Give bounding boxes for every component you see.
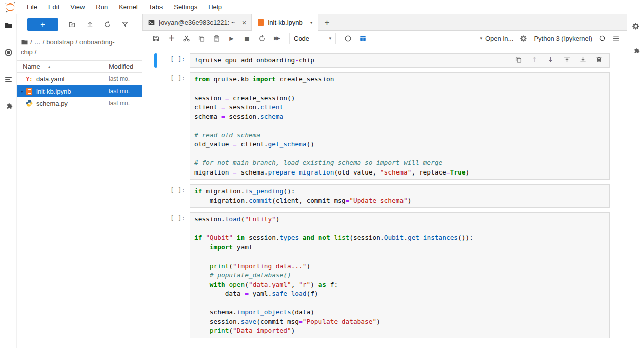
activity-running-sessions-button[interactable]	[4, 48, 13, 58]
notebook-save-button[interactable]	[152, 35, 160, 42]
table-icon	[359, 35, 367, 42]
code-line: import yaml	[194, 243, 605, 252]
gear-icon	[632, 22, 640, 30]
file-name: init-kb.ipynb	[36, 88, 109, 95]
menu-edit[interactable]: Edit	[43, 2, 65, 12]
delete-button[interactable]	[595, 56, 603, 63]
code-line: schema.import_objects(data)	[194, 308, 605, 317]
move-up-button[interactable]: ↑	[531, 56, 538, 63]
cell-prompt: [ ]:	[157, 72, 190, 180]
filter-button[interactable]	[121, 21, 129, 28]
menu-view[interactable]: View	[65, 2, 90, 12]
menu-tabs[interactable]: Tabs	[143, 2, 168, 12]
breadcrumb-separator: /	[30, 38, 32, 46]
notebook-cut-button[interactable]	[183, 35, 190, 42]
code-line: migration = schema.prepare_migration(old…	[194, 168, 605, 178]
activity-table-of-contents-button[interactable]	[4, 75, 13, 85]
kernel-name[interactable]: Python 3 (ipykernel)	[534, 35, 592, 42]
upload-button[interactable]	[86, 21, 94, 28]
cell-input[interactable]: session.load("Entity")if "Qubit" in sess…	[190, 212, 610, 338]
notebook-restart-run-all-button[interactable]: ▶▶	[273, 35, 281, 42]
breadcrumb: /…/bootstrap/onboarding-chip/	[17, 33, 142, 60]
insert-below-button[interactable]	[579, 56, 587, 63]
menu-run[interactable]: Run	[90, 2, 113, 12]
file-row-schema-py[interactable]: schema.pylast mo.	[17, 97, 142, 109]
menu-help[interactable]: Help	[203, 2, 227, 12]
open-in-button[interactable]: ▾ Open in...	[480, 35, 513, 42]
cell-code: from qruise.kb import create_sessionsess…	[190, 73, 609, 180]
toc-icon	[4, 75, 13, 84]
new-folder-button[interactable]	[68, 21, 76, 28]
notebook-icon	[25, 87, 33, 95]
sort-ascending-icon: ▴	[48, 64, 51, 69]
file-browser-panel: + /…/bootstrap/onboarding-chip/ Name ▴ M…	[17, 14, 142, 348]
menu-items: FileEditViewRunKernelTabsSettingsHelp	[21, 2, 227, 12]
breadcrumb-segment[interactable]: …	[34, 38, 41, 46]
refresh-button[interactable]	[104, 21, 111, 28]
open-in-label: Open in...	[485, 35, 513, 42]
cell-input[interactable]: if migration.is_pending(): migration.com…	[190, 184, 610, 208]
data-grid-button[interactable]	[359, 35, 367, 42]
run-all-icon: ▶▶	[273, 35, 281, 42]
file-name: schema.py	[36, 100, 109, 107]
right-property-inspector-button[interactable]	[632, 22, 640, 32]
code-cell: [ ]:!qruise qpu add onboarding-chip↑↓	[154, 53, 610, 68]
name-column-header[interactable]: Name ▴	[23, 63, 109, 70]
notebook-area: [ ]:!qruise qpu add onboarding-chip↑↓[ ]…	[142, 46, 627, 348]
notebook-settings-button[interactable]	[520, 35, 527, 42]
copy-icon	[198, 35, 205, 42]
cell-code: session.load("Entity")if "Qubit" in sess…	[190, 213, 609, 338]
move-down-button[interactable]: ↓	[547, 56, 554, 63]
cell-type-dropdown[interactable]: Code ▾	[289, 33, 336, 44]
menu-settings[interactable]: Settings	[168, 2, 203, 12]
code-line	[194, 121, 605, 131]
toolbar-menu-button[interactable]	[612, 35, 620, 42]
code-line	[194, 224, 605, 234]
menu-kernel[interactable]: Kernel	[113, 2, 143, 12]
code-line: with open("data.yaml", "r") as f:	[194, 280, 605, 290]
upload-icon	[86, 21, 94, 28]
main-area: jovyan@e36e983c1221: ~×init-kb.ipynb● + …	[142, 14, 627, 348]
chevron-down-icon: ▾	[480, 36, 482, 41]
notebook-restart-button[interactable]	[258, 35, 266, 42]
folder-icon[interactable]	[21, 38, 28, 46]
code-line: # read old schema	[194, 131, 605, 140]
new-launcher-button[interactable]: +	[27, 18, 58, 31]
breadcrumb-segment[interactable]: bootstrap	[46, 38, 73, 46]
code-line: old_value = client.get_schema()	[194, 140, 605, 149]
file-modified: last mo.	[109, 88, 142, 95]
toolbar-extra	[344, 35, 367, 42]
notebook-copy-button[interactable]	[198, 35, 205, 42]
breadcrumb-separator: /	[43, 38, 45, 46]
cell-input[interactable]: from qruise.kb import create_sessionsess…	[190, 72, 610, 180]
cell-code: if migration.is_pending(): migration.com…	[190, 185, 609, 207]
folder-icon	[4, 21, 13, 30]
insert-above-button[interactable]	[563, 56, 571, 63]
tab-jovyan-e36e983c1221[interactable]: jovyan@e36e983c1221: ~×	[142, 14, 252, 31]
notebook-paste-button[interactable]	[213, 35, 220, 42]
duplicate-button[interactable]	[515, 56, 522, 63]
notebook-interrupt-button[interactable]: ■	[243, 35, 251, 42]
cell-toolbar: ↑↓	[515, 56, 603, 63]
new-tab-button[interactable]: +	[318, 18, 336, 28]
file-row-init-kb-ipynb[interactable]: ●init-kb.ipynblast mo.	[17, 85, 142, 97]
modified-column-header[interactable]: Modified	[109, 63, 142, 70]
code-line	[194, 252, 605, 262]
code-line: schema = session.schema	[194, 112, 605, 122]
menu-file[interactable]: File	[21, 2, 43, 12]
cell-prompt: [ ]:	[157, 184, 190, 208]
kernel-activity-button[interactable]	[344, 35, 352, 42]
file-row-data-yaml[interactable]: Y:data.yamllast mo.	[17, 73, 142, 85]
activity-extensions-button[interactable]	[4, 103, 13, 113]
right-extension-manager-button[interactable]	[632, 48, 640, 57]
jupyter-logo	[4, 1, 16, 13]
notebook-run-button[interactable]: ▶	[228, 35, 235, 42]
dirty-indicator: ●	[19, 89, 25, 94]
trash-icon	[595, 56, 603, 63]
tab-init-kb-ipynb[interactable]: init-kb.ipynb●	[252, 14, 318, 31]
activity-file-browser-button[interactable]	[4, 21, 13, 31]
tab-label: jovyan@e36e983c1221: ~	[159, 19, 235, 26]
close-icon[interactable]: ×	[242, 18, 247, 27]
notebook-insert-cell-button[interactable]: +	[168, 35, 175, 42]
terminal-icon	[148, 19, 155, 26]
